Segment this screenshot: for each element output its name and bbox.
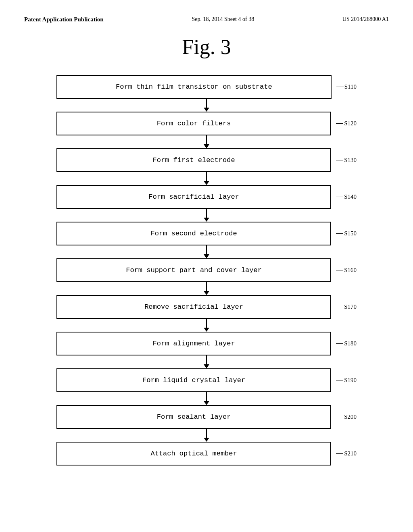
arrow-icon	[204, 245, 209, 258]
step-label-s180: S180	[336, 340, 357, 347]
arrow-line	[206, 245, 207, 254]
arrow-icon	[204, 392, 209, 405]
arrow-line	[206, 355, 207, 364]
arrow-head	[204, 328, 209, 332]
arrow-line	[206, 172, 207, 181]
arrow-head	[204, 181, 209, 185]
arrow-connector	[56, 355, 357, 368]
arrow-icon	[204, 429, 209, 442]
step-label-s110: S110	[336, 83, 357, 90]
flowchart: Form thin film transistor on substrateS1…	[24, 75, 389, 466]
flow-item: Form alignment layerS180	[56, 332, 357, 355]
header-left: Patent Application Publication	[24, 16, 104, 23]
arrow-line	[206, 99, 207, 108]
arrow-connector	[56, 429, 357, 442]
step-label-s190: S190	[336, 377, 357, 384]
arrow-head	[204, 254, 209, 258]
header-right: US 2014/268000 A1	[342, 16, 389, 23]
arrow-head	[204, 218, 209, 222]
arrow-connector	[56, 99, 357, 112]
flow-item: Form color filtersS120	[56, 112, 357, 135]
arrow-line	[206, 135, 207, 144]
flow-box-s150: Form second electrode	[56, 222, 331, 245]
arrow-icon	[204, 319, 209, 332]
arrow-icon	[204, 209, 209, 222]
step-label-s130: S130	[336, 157, 357, 164]
arrow-line	[206, 392, 207, 401]
flow-item: Form thin film transistor on substrateS1…	[56, 75, 357, 99]
arrow-connector	[56, 209, 357, 222]
header-center: Sep. 18, 2014 Sheet 4 of 38	[192, 16, 254, 23]
arrow-connector	[56, 135, 357, 148]
flow-item: Form sacrificial layerS140	[56, 185, 357, 209]
flow-box-s130: Form first electrode	[56, 148, 331, 172]
flow-box-s190: Form liquid crystal layer	[56, 368, 331, 392]
step-label-s160: S160	[336, 267, 357, 274]
flow-item: Remove sacrificial layerS170	[56, 295, 357, 319]
arrow-head	[204, 438, 209, 442]
arrow-icon	[204, 282, 209, 295]
step-label-s170: S170	[336, 303, 357, 310]
arrow-connector	[56, 319, 357, 332]
arrow-icon	[204, 135, 209, 148]
arrow-connector	[56, 392, 357, 405]
arrow-connector	[56, 172, 357, 185]
arrow-head	[204, 401, 209, 405]
flow-box-s110: Form thin film transistor on substrate	[56, 75, 332, 99]
arrow-head	[204, 291, 209, 295]
arrow-icon	[204, 355, 209, 368]
flow-box-s160: Form support part and cover layer	[56, 258, 331, 282]
flow-item: Form sealant layerS200	[56, 405, 357, 429]
flow-box-s140: Form sacrificial layer	[56, 185, 331, 209]
figure-title: Fig. 3	[24, 35, 389, 59]
page: Patent Application Publication Sep. 18, …	[0, 0, 413, 532]
flow-item: Form second electrodeS150	[56, 222, 357, 245]
publication-label: Patent Application Publication	[24, 16, 104, 23]
step-label-s210: S210	[336, 450, 357, 457]
step-label-s120: S120	[336, 120, 357, 127]
arrow-connector	[56, 282, 357, 295]
arrow-head	[204, 144, 209, 148]
flow-box-s210: Attach optical member	[56, 442, 331, 466]
header: Patent Application Publication Sep. 18, …	[24, 16, 389, 23]
step-label-s140: S140	[336, 193, 357, 200]
arrow-line	[206, 429, 207, 438]
arrow-head	[204, 364, 209, 368]
arrow-line	[206, 282, 207, 291]
flow-item: Attach optical memberS210	[56, 442, 357, 466]
flow-box-s200: Form sealant layer	[56, 405, 331, 429]
arrow-line	[206, 209, 207, 218]
flow-box-s120: Form color filters	[56, 112, 331, 135]
step-label-s200: S200	[336, 414, 357, 420]
step-label-s150: S150	[336, 230, 357, 237]
flow-item: Form support part and cover layerS160	[56, 258, 357, 282]
arrow-connector	[56, 245, 357, 258]
arrow-icon	[204, 99, 209, 112]
flow-box-s170: Remove sacrificial layer	[56, 295, 331, 319]
arrow-head	[204, 108, 209, 112]
flow-item: Form first electrodeS130	[56, 148, 357, 172]
arrow-icon	[204, 172, 209, 185]
arrow-line	[206, 319, 207, 328]
flow-box-s180: Form alignment layer	[56, 332, 331, 355]
flow-item: Form liquid crystal layerS190	[56, 368, 357, 392]
